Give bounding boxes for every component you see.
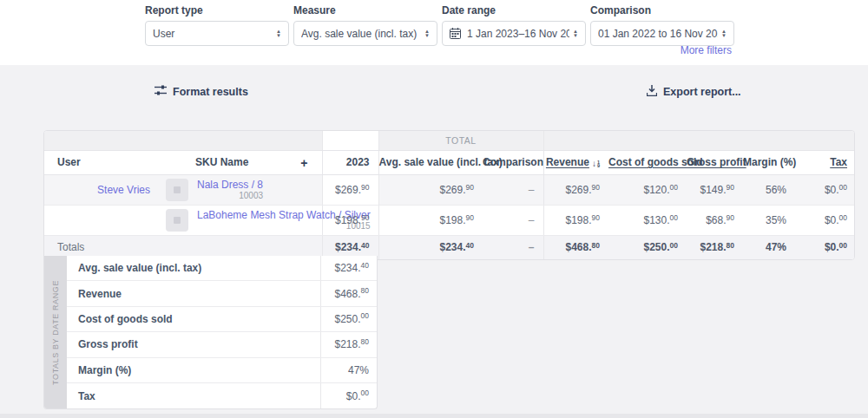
value-dollars: $0. <box>825 214 839 226</box>
group-cell-total: TOTAL <box>378 131 543 150</box>
format-results-button[interactable]: Format results <box>155 85 248 98</box>
filter-date-range: Date range 1 Jan 2023–16 Nov 2023 ▲▼ <box>442 4 586 46</box>
filter-measure: Measure Avg. sale value (incl. tax) ▲▼ <box>293 4 437 46</box>
column-header-comparison: Comparison <box>483 150 543 174</box>
cell-user <box>44 205 159 235</box>
metric-value: 47% <box>320 358 377 382</box>
totals-cell-comparison: – <box>483 235 543 259</box>
no-comparison-dash: – <box>529 184 535 196</box>
date-range-label: Date range <box>442 4 586 16</box>
group-cell-2023 <box>322 131 378 150</box>
totals-by-date-range-row: Gross profit$218.80 <box>67 332 377 357</box>
totals-cell-margin: 47% <box>743 235 795 259</box>
report-type-select[interactable]: User ▲▼ <box>145 21 289 46</box>
value-cents: 00 <box>361 311 369 320</box>
export-report-button[interactable]: Export report... <box>647 85 741 99</box>
column-header-y2023: 2023 <box>322 150 378 174</box>
totals-by-date-range-row: Margin (%)47% <box>67 358 377 383</box>
value-dollars: $198. <box>335 214 361 226</box>
cell-margin: 35% <box>743 205 795 235</box>
add-column-button[interactable]: + <box>300 156 307 170</box>
value-dollars: $234. <box>335 262 361 274</box>
value-cents: 90 <box>361 183 369 192</box>
calendar-icon <box>450 28 461 39</box>
column-header-tax[interactable]: Tax <box>795 150 855 174</box>
value-dollars: $269. <box>440 184 466 196</box>
metric-value: $234.40 <box>320 256 377 280</box>
table-row: Steve VriesNala Dress / 810003$269.90$26… <box>44 174 855 205</box>
sku-product: Nala Dress / 810003 <box>166 179 313 201</box>
value-cents: 00 <box>670 241 678 250</box>
value-dollars: $198. <box>566 214 592 226</box>
value-dollars: $198. <box>440 214 466 226</box>
report-content: Format results Export report... TOTALUse… <box>0 65 868 418</box>
more-filters-link[interactable]: More filters <box>681 44 732 56</box>
sort-icon[interactable]: ↓19 <box>592 160 600 168</box>
metric-value: $250.00 <box>320 307 377 331</box>
cell-cogs: $120.00 <box>608 174 687 205</box>
value-dollars: $269. <box>335 184 361 196</box>
column-header-sku: SKU Name+ <box>159 150 322 174</box>
column-header-label[interactable]: Tax <box>830 156 847 168</box>
date-range-select[interactable]: 1 Jan 2023–16 Nov 2023 ▲▼ <box>442 21 586 46</box>
stepper-icon[interactable]: ▲▼ <box>424 29 430 38</box>
value-cents: 80 <box>592 241 600 250</box>
user-link[interactable]: Steve Vries <box>97 184 150 196</box>
sku-code: 10003 <box>197 191 263 201</box>
product-link[interactable]: Nala Dress / 8 <box>197 179 263 191</box>
column-header-user: User <box>44 150 159 174</box>
value-dollars: $234. <box>440 241 466 253</box>
column-header-label[interactable]: Gross profit <box>687 156 746 168</box>
stepper-icon[interactable]: ▲▼ <box>573 29 578 38</box>
totals-by-date-range-label: TOTALS BY DATE RANGE <box>51 280 60 385</box>
measure-value: Avg. sale value (incl. tax) <box>301 28 421 40</box>
value-cents: 90 <box>727 183 734 192</box>
value-cents: 80 <box>727 241 734 250</box>
value-dollars: $218. <box>700 241 727 253</box>
totals-by-date-range-row: Avg. sale value (incl. tax)$234.40 <box>67 256 377 281</box>
measure-select[interactable]: Avg. sale value (incl. tax) ▲▼ <box>293 21 437 46</box>
column-header-cogs[interactable]: Cost of goods sold <box>608 150 687 174</box>
cell-comparison: – <box>483 205 543 235</box>
cell-margin: 56% <box>743 174 795 205</box>
value-dollars: $0. <box>825 241 839 253</box>
comparison-select[interactable]: 01 Jan 2022 to 16 Nov 2022 ▲▼ <box>590 21 734 46</box>
cell-sku: Nala Dress / 810003 <box>159 174 322 205</box>
product-thumbnail-placeholder <box>166 179 188 201</box>
stepper-icon[interactable]: ▲▼ <box>721 29 727 38</box>
no-comparison-dash: – <box>529 241 535 253</box>
value-dollars: $149. <box>700 184 727 196</box>
cell-gross: $149.90 <box>687 174 743 205</box>
report-table: TOTALUserSKU Name+2023Avg. sale value (i… <box>43 130 855 260</box>
column-header-revenue[interactable]: Revenue↓19 <box>543 150 608 174</box>
column-header-label: Comparison <box>483 156 543 168</box>
column-header-label: User <box>57 156 81 168</box>
value-cents: 80 <box>361 337 369 346</box>
column-header-gross[interactable]: Gross profit <box>687 150 743 174</box>
comparison-value: 01 Jan 2022 to 16 Nov 2022 <box>598 28 718 40</box>
format-results-label: Format results <box>173 86 248 98</box>
no-comparison-dash: – <box>529 214 535 226</box>
total-group-label: TOTAL <box>379 135 543 146</box>
stepper-icon[interactable]: ▲▼ <box>276 29 281 38</box>
totals-by-date-range-row: Cost of goods sold$250.00 <box>67 307 377 332</box>
cell-sku: LaBoheme Mesh Strap Watch / Silver10015 <box>159 205 322 235</box>
report-type-label: Report type <box>145 4 289 16</box>
filter-comparison: Comparison 01 Jan 2022 to 16 Nov 2022 ▲▼ <box>590 4 734 46</box>
column-header-label: SKU Name <box>195 156 248 168</box>
filter-report-type: Report type User ▲▼ <box>145 4 289 46</box>
cell-avg: $198.90 <box>378 205 483 235</box>
value-dollars: $120. <box>644 184 670 196</box>
column-header-label: 2023 <box>346 156 370 168</box>
value-cents: 00 <box>670 183 678 192</box>
cell-y2023: $269.90 <box>322 174 378 205</box>
sku-product: LaBoheme Mesh Strap Watch / Silver10015 <box>166 209 313 232</box>
totals-cell-avg: $234.40 <box>378 235 483 259</box>
value-cents: 40 <box>361 261 369 270</box>
value-cents: 40 <box>466 241 474 250</box>
totals-cell-gross: $218.80 <box>687 235 743 259</box>
value-dollars: $250. <box>335 313 361 325</box>
cell-gross: $68.90 <box>687 205 743 235</box>
sort-order-digits: 19 <box>597 160 600 168</box>
column-header-label[interactable]: Revenue <box>546 156 589 168</box>
